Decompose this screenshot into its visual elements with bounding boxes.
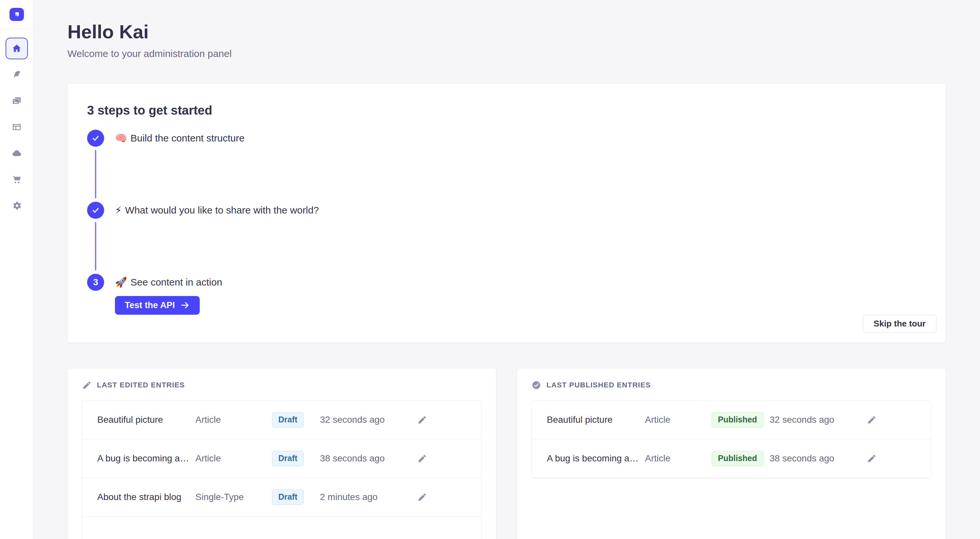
sidebar bbox=[0, 0, 33, 539]
edit-entry-button[interactable] bbox=[415, 413, 429, 427]
entry-status-cell: Draft bbox=[256, 490, 320, 505]
step-2-done-indicator bbox=[87, 202, 104, 219]
entry-title: A bug is becoming a… bbox=[547, 453, 645, 464]
entry-time: 2 minutes ago bbox=[320, 492, 410, 502]
entry-time: 32 seconds ago bbox=[320, 415, 410, 425]
pencil-icon bbox=[417, 415, 427, 425]
onboarding-step-2: ⚡ What would you like to share with the … bbox=[87, 202, 926, 219]
status-badge: Published bbox=[712, 412, 763, 427]
sidebar-item-media-library[interactable] bbox=[6, 90, 28, 112]
onboarding-card: 3 steps to get started 🧠 Build the conte… bbox=[67, 84, 946, 342]
main-content: Hello Kai Welcome to your administration… bbox=[33, 0, 980, 539]
check-icon bbox=[91, 134, 100, 142]
entry-status-cell: Draft bbox=[256, 451, 320, 466]
pencil-icon bbox=[867, 415, 877, 425]
entry-actions bbox=[410, 490, 475, 504]
entry-actions bbox=[410, 452, 475, 465]
entry-actions bbox=[860, 413, 924, 427]
check-icon bbox=[91, 206, 100, 215]
last-published-header: LAST PUBLISHED ENTRIES bbox=[531, 380, 931, 390]
cart-icon bbox=[11, 174, 22, 185]
page-title: Hello Kai bbox=[67, 21, 946, 43]
step-1-label: Build the content structure bbox=[130, 133, 245, 144]
cta-row: Test the API bbox=[115, 296, 926, 315]
entry-time: 38 seconds ago bbox=[770, 453, 860, 464]
table-row[interactable]: Beautiful picture Article Draft 32 secon… bbox=[82, 401, 481, 439]
entry-actions bbox=[410, 413, 475, 427]
step-3-label-row: 🚀 See content in action bbox=[115, 277, 222, 288]
table-row[interactable]: Beautiful picture Article Published 32 s… bbox=[532, 401, 931, 439]
sidebar-item-content-manager[interactable] bbox=[6, 64, 28, 86]
arrow-right-icon bbox=[180, 300, 190, 310]
layout-icon bbox=[11, 122, 22, 132]
step-connector bbox=[95, 150, 96, 199]
last-edited-title: LAST EDITED ENTRIES bbox=[97, 381, 185, 390]
entries-section: LAST EDITED ENTRIES Beautiful picture Ar… bbox=[67, 368, 946, 539]
sidebar-nav bbox=[6, 38, 28, 221]
entry-title: Beautiful picture bbox=[97, 415, 196, 425]
pencil-icon bbox=[867, 453, 877, 463]
entry-type: Article bbox=[645, 453, 705, 464]
step-1-label-row: 🧠 Build the content structure bbox=[115, 132, 245, 144]
entry-time: 38 seconds ago bbox=[320, 453, 410, 464]
test-api-button[interactable]: Test the API bbox=[115, 296, 200, 315]
entry-actions bbox=[860, 452, 924, 465]
pencil-icon bbox=[417, 492, 427, 502]
edit-entry-button[interactable] bbox=[865, 413, 878, 427]
edit-entry-button[interactable] bbox=[415, 452, 429, 465]
onboarding-step-1: 🧠 Build the content structure bbox=[87, 130, 926, 147]
status-badge: Draft bbox=[272, 490, 304, 505]
test-api-button-label: Test the API bbox=[125, 300, 175, 310]
edit-entry-button[interactable] bbox=[865, 452, 878, 465]
skip-tour-button[interactable]: Skip the tour bbox=[863, 315, 937, 333]
last-edited-table: Beautiful picture Article Draft 32 secon… bbox=[82, 401, 482, 539]
entry-status-cell: Draft bbox=[256, 412, 320, 427]
step-3-number-indicator: 3 bbox=[87, 274, 104, 291]
status-badge: Draft bbox=[272, 412, 304, 427]
entry-type: Single-Type bbox=[196, 492, 256, 502]
app-root: Hello Kai Welcome to your administration… bbox=[0, 0, 980, 539]
sidebar-item-home[interactable] bbox=[6, 38, 28, 59]
entry-time: 32 seconds ago bbox=[770, 415, 860, 425]
last-published-panel: LAST PUBLISHED ENTRIES Beautiful picture… bbox=[517, 368, 946, 539]
onboarding-step-3: 3 🚀 See content in action bbox=[87, 274, 926, 291]
pencil-icon bbox=[417, 453, 427, 463]
brain-emoji-icon: 🧠 bbox=[115, 132, 127, 144]
table-row[interactable]: About the strapi blog Single-Type Draft … bbox=[82, 478, 481, 517]
entry-title: About the strapi blog bbox=[97, 492, 196, 502]
pencil-icon bbox=[82, 380, 92, 390]
sidebar-item-content-type-builder[interactable] bbox=[6, 116, 28, 138]
entry-status-cell: Published bbox=[705, 451, 770, 466]
check-circle-icon bbox=[531, 380, 541, 390]
table-row-empty bbox=[82, 517, 481, 539]
entry-status-cell: Published bbox=[705, 412, 770, 427]
step-2-label-row: ⚡ What would you like to share with the … bbox=[115, 204, 319, 216]
entry-title: Beautiful picture bbox=[547, 415, 645, 425]
last-published-title: LAST PUBLISHED ENTRIES bbox=[546, 381, 651, 390]
edit-entry-button[interactable] bbox=[415, 490, 429, 504]
entry-type: Article bbox=[196, 453, 256, 464]
last-edited-header: LAST EDITED ENTRIES bbox=[82, 380, 482, 390]
home-icon bbox=[11, 43, 22, 54]
entry-type: Article bbox=[645, 415, 705, 425]
table-row[interactable]: A bug is becoming a… Article Draft 38 se… bbox=[82, 439, 481, 478]
step-connector bbox=[95, 222, 96, 270]
media-library-icon bbox=[11, 95, 22, 106]
status-badge: Published bbox=[712, 451, 763, 466]
lightning-emoji-icon: ⚡ bbox=[115, 204, 122, 216]
rocket-emoji-icon: 🚀 bbox=[115, 277, 127, 288]
sidebar-logo-section bbox=[0, 0, 33, 29]
step-3-label: See content in action bbox=[130, 277, 222, 288]
feather-pen-icon bbox=[11, 70, 22, 80]
step-2-label: What would you like to share with the wo… bbox=[125, 205, 319, 216]
strapi-logo[interactable] bbox=[10, 8, 24, 21]
sidebar-item-marketplace[interactable] bbox=[6, 169, 28, 190]
sidebar-item-settings[interactable] bbox=[6, 195, 28, 216]
table-row[interactable]: A bug is becoming a… Article Published 3… bbox=[532, 439, 931, 478]
strapi-logo-glyph bbox=[13, 10, 21, 19]
status-badge: Draft bbox=[272, 451, 304, 466]
page-subtitle: Welcome to your administration panel bbox=[67, 48, 946, 59]
sidebar-item-deploy[interactable] bbox=[6, 142, 28, 164]
entry-type: Article bbox=[196, 415, 256, 425]
step-3-number: 3 bbox=[93, 277, 98, 288]
